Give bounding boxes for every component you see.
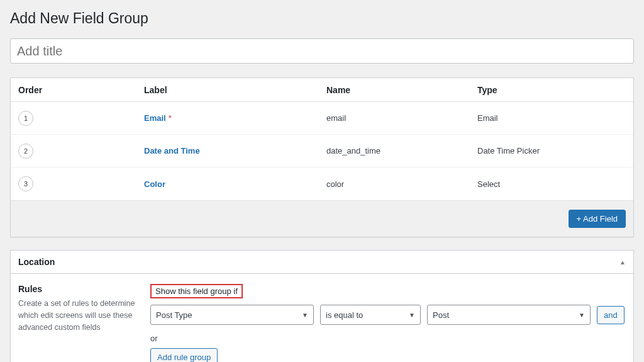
required-star: * (169, 113, 172, 123)
order-badge[interactable]: 2 (18, 144, 33, 159)
rule-value-text: Post (433, 310, 449, 320)
col-name: Name (326, 85, 477, 95)
rule-operator-value: is equal to (326, 310, 363, 320)
field-name: email (326, 113, 477, 123)
col-label: Label (144, 85, 326, 95)
rules-content: Show this field group if Post Type ▼ is … (150, 284, 626, 362)
table-row[interactable]: 1 Email* email Email (11, 102, 633, 135)
field-label-link[interactable]: Email (144, 113, 166, 123)
fields-header: Order Label Name Type (11, 78, 633, 102)
fields-box: Order Label Name Type 1 Email* email Ema… (10, 77, 634, 237)
page-title: Add New Field Group (10, 10, 634, 27)
location-box: Location ▲ Rules Create a set of rules t… (10, 250, 634, 362)
order-badge[interactable]: 3 (18, 176, 33, 191)
field-type: Date Time Picker (477, 146, 626, 156)
field-type: Select (477, 179, 626, 189)
add-field-button[interactable]: + Add Field (569, 210, 626, 228)
field-name: color (326, 179, 477, 189)
chevron-down-icon: ▼ (409, 312, 415, 319)
field-label-link[interactable]: Color (144, 179, 165, 189)
order-badge[interactable]: 1 (18, 111, 33, 126)
field-type: Email (477, 113, 626, 123)
show-if-label: Show this field group if (150, 284, 243, 298)
title-input[interactable] (10, 38, 634, 64)
rules-title: Rules (18, 284, 138, 294)
and-button[interactable]: and (597, 306, 625, 324)
col-order: Order (18, 85, 144, 95)
location-heading: Location (18, 257, 55, 267)
add-rule-group-button[interactable]: Add rule group (150, 348, 218, 362)
table-row[interactable]: 3 Color color Select (11, 167, 633, 200)
rule-param-value: Post Type (156, 310, 192, 320)
col-type: Type (477, 85, 626, 95)
field-name: date_and_time (326, 146, 477, 156)
fields-footer: + Add Field (11, 200, 633, 237)
chevron-down-icon: ▼ (302, 312, 308, 319)
or-label: or (150, 334, 626, 343)
location-header[interactable]: Location ▲ (11, 251, 633, 274)
collapse-icon[interactable]: ▲ (619, 259, 626, 266)
rules-sidebar: Rules Create a set of rules to determine… (18, 284, 138, 362)
rule-value-select[interactable]: Post ▼ (427, 305, 591, 325)
chevron-down-icon: ▼ (579, 312, 585, 319)
location-body: Rules Create a set of rules to determine… (11, 274, 633, 362)
rule-operator-select[interactable]: is equal to ▼ (320, 305, 421, 325)
table-row[interactable]: 2 Date and Time date_and_time Date Time … (11, 135, 633, 167)
rule-row: Post Type ▼ is equal to ▼ Post ▼ and (150, 305, 626, 325)
field-label-link[interactable]: Date and Time (144, 146, 200, 156)
rules-desc: Create a set of rules to determine which… (18, 298, 138, 333)
rule-param-select[interactable]: Post Type ▼ (150, 305, 314, 325)
